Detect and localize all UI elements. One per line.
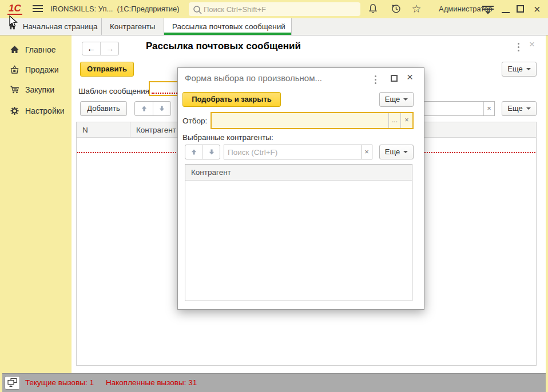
1c-logo-icon: 1С (7, 3, 22, 15)
more-label: Еще (507, 104, 522, 113)
global-search[interactable] (189, 2, 360, 16)
sidebar-item-label: Закупки (25, 82, 54, 97)
arrow-up-icon (190, 149, 197, 155)
main-menu-icon[interactable] (33, 5, 43, 13)
more-label: Еще (507, 65, 522, 73)
accumulated-calls-counter: Накопленные вызовы: 31 (106, 378, 197, 387)
navigation-buttons: ← → (82, 42, 119, 55)
global-search-input[interactable] (204, 2, 357, 16)
form-more-button[interactable]: Еще (502, 62, 537, 77)
tab-counterparties[interactable]: Контрагенты × (102, 18, 164, 35)
move-down-button[interactable] (202, 145, 220, 159)
send-button[interactable]: Отправить (80, 62, 134, 77)
dialog-close-icon[interactable]: × (407, 71, 413, 83)
move-up-button[interactable] (135, 102, 153, 115)
dialog-search-field[interactable]: × (224, 145, 372, 159)
list-more-button[interactable]: Еще (502, 101, 537, 116)
monitors-icon (7, 378, 18, 387)
template-label: Шаблон сообщения: (78, 84, 152, 98)
chevron-down-icon (526, 107, 531, 110)
notifications-bell-icon[interactable] (366, 3, 380, 15)
tab-label: Начальная страница (23, 22, 98, 31)
sidebar-item-main[interactable]: Главное (0, 42, 72, 57)
tab-label: Рассылка почтовых сообщений (172, 22, 285, 31)
filter-label: Отбор: (182, 114, 207, 129)
dialog-title: Форма выбора по произвольном... (185, 73, 368, 83)
column-n[interactable]: N (77, 122, 130, 138)
more-label: Еще (385, 147, 400, 156)
chevron-down-icon (403, 151, 408, 153)
page-title: Рассылка почтовых сообщений (146, 41, 301, 52)
arrow-down-icon (158, 105, 165, 112)
home-icon (10, 45, 19, 54)
sidebar-item-label: Настройки (25, 103, 65, 118)
server-calls-button[interactable] (5, 376, 20, 390)
pick-and-close-button[interactable]: Подобрать и закрыть (182, 92, 281, 107)
sidebar-item-purchases[interactable]: Закупки (0, 82, 72, 97)
chevron-down-icon (526, 68, 531, 70)
service-menu-icon[interactable] (482, 6, 494, 14)
move-up-button[interactable] (185, 145, 202, 159)
dialog-search-input[interactable] (228, 146, 358, 158)
form-close-icon[interactable]: × (529, 39, 535, 50)
sidebar-item-label: Главное (25, 42, 56, 57)
sidebar-item-label: Продажи (25, 62, 58, 77)
column-counterparty[interactable]: Контрагент (185, 165, 412, 181)
clear-search-icon[interactable]: × (361, 145, 372, 159)
window-minimize-button[interactable] (499, 3, 512, 15)
form-menu-dots-icon[interactable] (518, 43, 520, 53)
move-down-button[interactable] (153, 102, 170, 115)
window-close-button[interactable]: × (534, 2, 541, 17)
app-window: 1С IRONSKILLS: Уп... (1С:Предприятие) ☆ … (0, 0, 548, 392)
dialog-menu-dots-icon[interactable] (375, 75, 377, 86)
clear-search-icon[interactable]: × (483, 102, 494, 115)
gear-icon (10, 106, 19, 115)
filter-choose-icon[interactable]: ... (388, 113, 400, 128)
filter-input[interactable]: ... × (211, 112, 414, 129)
title-bar: 1С IRONSKILLS: Уп... (1С:Предприятие) ☆ … (0, 0, 548, 18)
selection-form-dialog: Форма выбора по произвольном... × Подобр… (177, 67, 424, 310)
search-icon (192, 5, 202, 15)
tab-bar: Начальная страница Контрагенты × Рассылк… (0, 18, 548, 35)
move-buttons (134, 101, 171, 116)
favorites-star-icon[interactable]: ☆ (410, 3, 423, 15)
filter-clear-icon[interactable]: × (400, 113, 412, 128)
window-maximize-button[interactable] (517, 5, 524, 13)
cart-icon (10, 85, 19, 94)
sidebar-item-settings[interactable]: Настройки (0, 103, 72, 118)
forward-button[interactable]: → (101, 42, 119, 55)
dialog-more-button[interactable]: Еще (379, 92, 414, 107)
app-title: IRONSKILLS: Уп... (1С:Предприятие) (50, 5, 180, 13)
section-panel: Главное Продажи Закупки Настройки (0, 35, 72, 373)
tab-label: Контрагенты (110, 22, 156, 31)
selected-counterparties-label: Выбранные контрагенты: (182, 133, 273, 142)
dialog-maximize-icon[interactable] (391, 75, 398, 82)
sidebar-item-sales[interactable]: Продажи (0, 62, 72, 77)
more-label: Еще (385, 95, 400, 103)
arrow-down-icon (208, 149, 215, 155)
back-button[interactable]: ← (82, 42, 101, 55)
tab-mail-distribution-active[interactable]: Рассылка почтовых сообщений × (164, 18, 292, 35)
selected-counterparties-table[interactable]: Контрагент (185, 164, 412, 301)
arrow-up-icon (141, 105, 148, 112)
status-bar: Текущие вызовы: 1 Накопленные вызовы: 31 (2, 373, 546, 392)
dialog-list-more-button[interactable]: Еще (379, 145, 414, 159)
mouse-cursor (9, 15, 18, 29)
history-icon[interactable] (389, 3, 403, 15)
move-buttons (185, 145, 220, 159)
current-calls-counter: Текущие вызовы: 1 (25, 378, 94, 387)
basket-icon (10, 65, 19, 74)
add-button[interactable]: Добавить (80, 101, 127, 116)
chevron-down-icon (403, 98, 408, 101)
